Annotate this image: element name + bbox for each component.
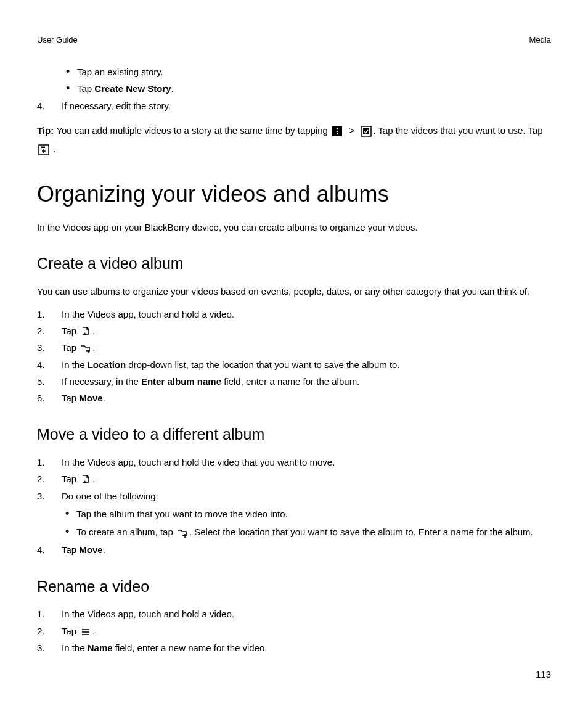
text: In the (62, 642, 88, 653)
chevron-text: > (349, 125, 354, 136)
text: . (92, 342, 95, 353)
text: . Select the location that you want to s… (189, 527, 533, 537)
step: 4.If necessary, edit the story. (37, 99, 551, 113)
page-header: User Guide Media (37, 34, 551, 46)
text: Tap (62, 474, 79, 484)
add-to-story-icon (38, 144, 49, 155)
list-item: Tap Create New Story. (77, 81, 551, 96)
svg-rect-8 (43, 146, 45, 148)
text: Tap (62, 342, 79, 353)
bold-text: Move (79, 393, 102, 403)
bold-text: Move (79, 544, 102, 555)
step: 5.If necessary, in the Enter album name … (37, 374, 551, 388)
text: . (92, 626, 95, 636)
bold-text: Create New Story (94, 83, 171, 94)
step-number: 6. (37, 391, 45, 405)
paragraph: You can use albums to organize your vide… (37, 284, 551, 298)
svg-rect-7 (41, 146, 43, 148)
step: 3.In the Name field, enter a new name fo… (37, 641, 551, 655)
select-icon (361, 126, 372, 137)
text: If necessary, in the (62, 376, 141, 387)
page-number: 113 (536, 667, 551, 681)
subsection-move-video: Move a video to a different album (37, 422, 551, 446)
step-number: 3. (37, 489, 45, 503)
step: 3.Tap . (37, 340, 551, 355)
section-heading-organizing: Organizing your videos and albums (37, 177, 551, 211)
header-left: User Guide (37, 34, 78, 46)
subsection-create-album: Create a video album (37, 252, 551, 276)
tip-paragraph: Tip: You can add multiple videos to a st… (37, 121, 551, 158)
create-album-steps: 1.In the Videos app, touch and hold a vi… (37, 307, 551, 406)
continued-steps: 4.If necessary, edit the story. (37, 99, 551, 113)
step-text: In the Videos app, touch and hold a vide… (62, 609, 234, 619)
text: field, enter a name for the album. (221, 376, 359, 387)
step-number: 2. (37, 624, 45, 638)
step: 1.In the Videos app, touch and hold the … (37, 455, 551, 469)
step-number: 3. (37, 340, 45, 355)
intro-paragraph: In the Videos app on your BlackBerry dev… (37, 220, 551, 234)
step: 2.Tap . (37, 624, 551, 638)
text: drop-down list, tap the location that yo… (126, 359, 399, 370)
bold-text: Location (88, 359, 126, 370)
step: 2.Tap . (37, 324, 551, 338)
new-folder-icon (80, 343, 91, 354)
text: Tap (62, 626, 79, 636)
list-item: Tap an existing story. (77, 65, 551, 79)
text: . (103, 393, 105, 403)
text: . (103, 544, 105, 555)
step-number: 5. (37, 374, 45, 388)
step-text: If necessary, edit the story. (62, 101, 171, 111)
bold-text: Name (88, 642, 113, 653)
move-video-steps: 1.In the Videos app, touch and hold the … (37, 455, 551, 557)
svg-point-1 (337, 128, 338, 130)
text: You can add multiple videos to a story a… (56, 125, 330, 136)
step-number: 4. (37, 543, 45, 557)
text: . (92, 326, 95, 336)
text: Tap (62, 326, 79, 336)
move-file-icon (80, 326, 91, 337)
step-text: Do one of the following: (62, 491, 158, 501)
move-file-icon (80, 474, 91, 485)
step-number: 4. (37, 358, 45, 372)
text: Tap an existing story. (77, 67, 163, 77)
list-item: To create an album, tap . Select the loc… (76, 525, 551, 539)
story-options-list: Tap an existing story. Tap Create New St… (37, 65, 551, 96)
step: 2.Tap . (37, 472, 551, 486)
step-number: 2. (37, 324, 45, 338)
step-number: 1. (37, 455, 45, 469)
step: 4.Tap Move. (37, 543, 551, 557)
step-number: 3. (37, 641, 45, 655)
step: 1.In the Videos app, touch and hold a vi… (37, 607, 551, 621)
step: 4.In the Location drop-down list, tap th… (37, 358, 551, 372)
tip-label: Tip: (37, 125, 56, 136)
step-number: 1. (37, 607, 45, 621)
subsection-rename-video: Rename a video (37, 575, 551, 599)
text: To create an album, tap (76, 527, 176, 537)
step-text: In the Videos app, touch and hold a vide… (62, 309, 234, 319)
step-text: In the Videos app, touch and hold the vi… (62, 457, 335, 467)
text: Tap (77, 83, 94, 94)
text: Tap (62, 393, 79, 403)
bold-text: Enter album name (141, 376, 221, 387)
step: 3.Do one of the following: Tap the album… (37, 489, 551, 540)
sub-options: Tap the album that you want to move the … (62, 507, 551, 540)
step: 6.Tap Move. (37, 391, 551, 405)
text: . Tap the videos that you want to use. T… (373, 125, 542, 136)
more-icon (332, 126, 343, 137)
list-item: Tap the album that you want to move the … (76, 507, 551, 521)
new-folder-icon (177, 527, 188, 538)
properties-icon (80, 626, 91, 638)
text: Tap (62, 544, 79, 555)
text: field, enter a new name for the video. (113, 642, 267, 653)
text: Tap the album that you want to move the … (76, 509, 288, 519)
svg-rect-5 (363, 128, 369, 134)
rename-video-steps: 1.In the Videos app, touch and hold a vi… (37, 607, 551, 655)
step: 1.In the Videos app, touch and hold a vi… (37, 307, 551, 321)
svg-point-2 (337, 131, 338, 133)
step-number: 4. (37, 99, 45, 113)
text: . (171, 83, 174, 94)
text: . (53, 144, 55, 154)
step-number: 1. (37, 307, 45, 321)
text: In the (62, 359, 88, 370)
svg-point-3 (337, 133, 338, 135)
